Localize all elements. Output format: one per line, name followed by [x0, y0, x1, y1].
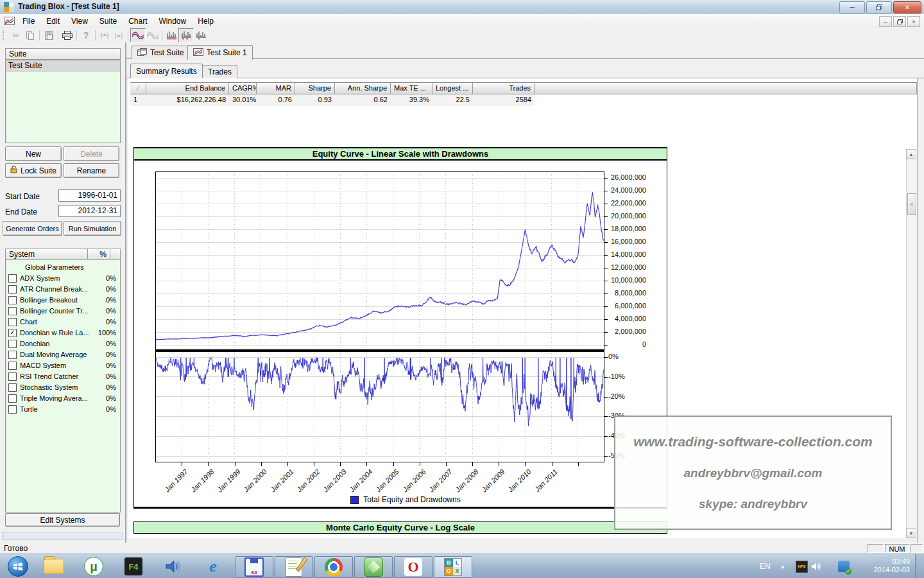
speaker-tray-icon[interactable]: [811, 554, 821, 578]
generate-orders-button[interactable]: Generate Orders: [3, 221, 62, 236]
fx-app-icon[interactable]: F4: [119, 556, 148, 577]
scroll-down-button[interactable]: ▼: [906, 528, 916, 538]
minimize-button[interactable]: ─: [839, 1, 865, 13]
dropbox-tray-icon[interactable]: [838, 554, 850, 578]
toolbar-grip[interactable]: [3, 30, 6, 40]
taskbar-app-tradingblox[interactable]: BL OX: [434, 556, 472, 578]
sort-indicator-icon[interactable]: /: [130, 82, 146, 94]
checkbox-icon[interactable]: [8, 296, 17, 304]
mdi-restore-button[interactable]: [893, 16, 906, 27]
internet-explorer-icon[interactable]: e: [199, 556, 227, 577]
checkbox-icon[interactable]: [8, 372, 17, 381]
lock-suite-button[interactable]: Lock Suite: [5, 163, 62, 178]
utorrent-icon[interactable]: µ: [80, 556, 108, 577]
tray-expand-icon[interactable]: ▲: [780, 554, 785, 578]
system-row-3[interactable]: Bollinger Breakout0%: [6, 295, 120, 306]
system-row-10[interactable]: RSI Trend Catcher0%: [6, 371, 120, 382]
start-button[interactable]: [4, 556, 32, 577]
explorer-icon[interactable]: [40, 556, 68, 577]
system-row-9[interactable]: MACD System0%: [6, 360, 120, 371]
rename-suite-button[interactable]: Rename: [64, 163, 119, 178]
help-icon[interactable]: ?: [79, 29, 93, 42]
suite-list-item[interactable]: Test Suite: [6, 60, 120, 72]
mdi-close-button[interactable]: ×: [907, 16, 920, 27]
checkbox-icon[interactable]: [8, 394, 17, 403]
system-row-8[interactable]: Dual Moving Average0%: [6, 349, 120, 360]
delete-suite-button[interactable]: Delete: [64, 146, 119, 161]
equity-curves-gray-icon[interactable]: [146, 29, 160, 42]
checkbox-icon[interactable]: [8, 405, 17, 414]
taskbar-app-gem[interactable]: [354, 556, 393, 578]
volume-mixer-icon[interactable]: [159, 556, 187, 577]
start-date-field[interactable]: 1996-01-01: [58, 189, 121, 202]
sort-descending-icon[interactable]: [112, 29, 126, 42]
tab-test-suite[interactable]: Test Suite: [132, 46, 190, 59]
show-desktop-button[interactable]: [915, 554, 924, 578]
column-header-blank[interactable]: [535, 82, 917, 94]
system-row-5[interactable]: Chart0%: [6, 317, 120, 328]
report-scrollbar[interactable]: ▲ ≡ ▼: [906, 149, 916, 538]
tab-test-suite-1[interactable]: Test Suite 1: [187, 45, 253, 60]
menu-edit[interactable]: Edit: [40, 15, 65, 28]
menu-window[interactable]: Window: [153, 15, 193, 28]
column-header-Trades[interactable]: Trades: [473, 82, 535, 94]
system-row-13[interactable]: Turtle0%: [6, 404, 120, 415]
end-date-field[interactable]: 2012-12-31: [58, 205, 121, 217]
tab-trades[interactable]: Trades: [202, 65, 237, 78]
checkbox-icon[interactable]: [8, 285, 17, 293]
system-row-4[interactable]: Bollinger Counter Tr...0%: [6, 306, 120, 317]
system-row-12[interactable]: Triple Moving Avera...0%: [6, 393, 120, 404]
column-header-MAR[interactable]: MAR: [257, 82, 295, 94]
mdi-minimize-button[interactable]: ─: [879, 16, 892, 27]
cut-icon[interactable]: ✂: [9, 29, 23, 42]
paste-icon[interactable]: [42, 29, 56, 42]
column-header-CAGR%[interactable]: CAGR%: [229, 82, 257, 94]
menu-view[interactable]: View: [65, 15, 94, 28]
taskbar-app-notepad[interactable]: [275, 556, 313, 578]
column-header-Ann. Sharpe[interactable]: Ann. Sharpe: [335, 82, 391, 94]
checkbox-icon[interactable]: [8, 383, 17, 392]
system-row-1[interactable]: ADX System0%: [6, 273, 120, 284]
column-header-Max TE ...[interactable]: Max TE ...: [391, 82, 432, 94]
system-row-2[interactable]: ATR Channel Break...0%: [6, 284, 120, 295]
column-header-Sharpe[interactable]: Sharpe: [295, 82, 335, 94]
column-header-End Balance[interactable]: End Balance: [146, 82, 229, 94]
checkbox-icon[interactable]: [8, 274, 17, 283]
results-table-row[interactable]: 1$16,262,226.4830.01%0.760.930.6239.3%22…: [130, 94, 917, 106]
close-button[interactable]: ×: [893, 1, 921, 13]
taskbar-app-floppy[interactable]: 64: [235, 556, 273, 578]
print-icon[interactable]: [60, 29, 74, 42]
menu-file[interactable]: File: [17, 15, 40, 28]
histogram-3-icon[interactable]: [194, 29, 208, 42]
taskbar-app-chrome[interactable]: [314, 556, 353, 578]
tab-summary-results[interactable]: Summary Results: [130, 64, 203, 78]
menu-suite[interactable]: Suite: [94, 15, 123, 28]
run-simulation-button[interactable]: Run Simulation: [64, 221, 121, 236]
copy-icon[interactable]: [23, 29, 37, 42]
sidebar-scrollbar[interactable]: [2, 532, 123, 540]
scrollbar-thumb[interactable]: ≡: [907, 193, 916, 215]
checkbox-icon[interactable]: [8, 318, 17, 326]
checkbox-icon[interactable]: [8, 362, 17, 370]
scroll-up-button[interactable]: ▲: [906, 149, 916, 159]
new-suite-button[interactable]: New: [5, 146, 62, 161]
column-header-Longest ...[interactable]: Longest ...: [432, 82, 473, 94]
system-row-6[interactable]: ✓Donchian w Rule La...100%: [6, 328, 120, 338]
system-row-11[interactable]: Stochastic System0%: [6, 382, 120, 393]
checkbox-icon[interactable]: [8, 351, 17, 359]
histogram-1-icon[interactable]: [164, 29, 178, 42]
checkbox-icon[interactable]: [8, 340, 17, 348]
language-indicator[interactable]: EN: [760, 554, 771, 578]
edit-systems-button[interactable]: Edit Systems: [5, 513, 120, 527]
checkbox-checked-icon[interactable]: ✓: [8, 329, 17, 337]
restore-button[interactable]: [866, 1, 892, 13]
checkbox-icon[interactable]: [8, 307, 17, 315]
hfs-tray-icon[interactable]: HFS: [796, 554, 808, 578]
menu-chart[interactable]: Chart: [123, 15, 153, 28]
clock[interactable]: 03:49 2014-02-03: [859, 554, 910, 578]
taskbar-app-opera[interactable]: O: [394, 556, 432, 578]
system-row-7[interactable]: Donchian0%: [6, 338, 120, 349]
sort-ascending-icon[interactable]: [98, 29, 112, 42]
histogram-2-icon[interactable]: [178, 28, 194, 42]
suite-list[interactable]: Test Suite: [5, 60, 121, 143]
